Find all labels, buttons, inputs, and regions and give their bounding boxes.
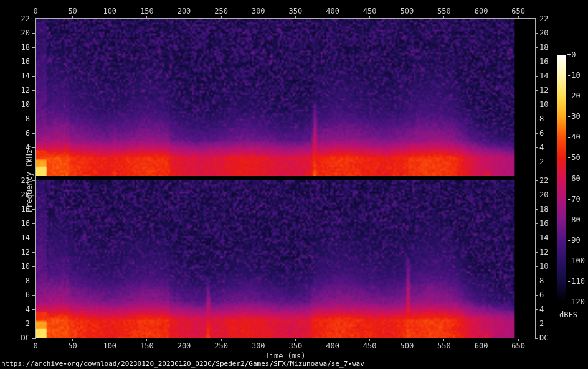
freq-tick-label-right: 18	[539, 43, 548, 52]
time-tick-label-bottom: 50	[68, 342, 77, 350]
time-tick-label-top: 550	[437, 7, 451, 16]
time-tick-label-bottom: 450	[363, 342, 377, 350]
time-tick-mark	[221, 339, 222, 341]
freq-tick-mark	[32, 105, 35, 105]
dbfs-tick-label: -50	[567, 153, 581, 162]
freq-tick-label-right: 14	[539, 72, 548, 80]
spectrogram-window: 0050501001001501502002002502503003003503…	[0, 0, 588, 369]
freq-tick-mark	[32, 33, 35, 34]
freq-tick-mark	[535, 281, 538, 281]
time-tick-label-top: 200	[178, 7, 191, 16]
freq-tick-label-right: 16	[539, 57, 548, 66]
freq-tick-mark	[535, 209, 538, 210]
axis-ticks-layer: 0050501001001501502002002502503003003503…	[0, 0, 588, 369]
freq-tick-mark	[535, 309, 538, 310]
source-url-text: https://archive•org/download/20230120_20…	[1, 360, 364, 368]
time-tick-mark	[146, 16, 147, 18]
time-tick-label-top: 50	[68, 7, 77, 16]
time-tick-mark	[36, 16, 36, 18]
freq-tick-mark	[535, 19, 538, 19]
freq-tick-mark	[32, 266, 35, 267]
time-tick-mark	[518, 16, 519, 18]
freq-tick-label-left: 2	[9, 319, 30, 328]
freq-tick-mark	[32, 76, 35, 77]
freq-tick-mark	[32, 238, 35, 238]
dbfs-tick-label: -60	[567, 174, 581, 183]
freq-tick-label-left: 22	[9, 14, 30, 23]
time-tick-mark	[481, 339, 481, 341]
freq-tick-mark	[32, 47, 35, 48]
time-tick-mark	[369, 16, 370, 18]
freq-tick-mark	[32, 62, 35, 62]
freq-tick-label-left: 6	[9, 291, 30, 299]
freq-tick-mark	[32, 338, 35, 339]
freq-tick-label-left: 14	[9, 233, 30, 242]
freq-tick-label-right: 6	[539, 291, 544, 299]
time-tick-mark	[443, 16, 444, 18]
dbfs-tick-label: -120	[567, 297, 585, 306]
freq-tick-mark	[535, 295, 538, 296]
time-tick-label-top: 350	[289, 7, 303, 16]
freq-tick-mark	[535, 252, 538, 253]
dbfs-colorbar	[557, 55, 566, 302]
dbfs-tick-label: -20	[567, 91, 581, 100]
dbfs-tick-label: -90	[567, 236, 581, 245]
freq-tick-label-right: 12	[539, 248, 548, 256]
freq-tick-label-right: 2	[539, 157, 544, 166]
freq-tick-label-right: 20	[539, 29, 548, 37]
time-tick-label-bottom: 250	[214, 342, 228, 350]
time-tick-mark	[407, 339, 407, 341]
freq-tick-label-right: 6	[539, 129, 544, 138]
dbfs-tick-label: -110	[567, 277, 585, 286]
freq-tick-label-left: 12	[9, 248, 30, 256]
freq-tick-mark	[535, 147, 538, 148]
time-tick-label-bottom: 150	[140, 342, 154, 350]
time-tick-mark	[221, 16, 222, 18]
time-tick-label-bottom: 200	[178, 342, 191, 350]
dbfs-unit-label: dBFS	[559, 311, 577, 319]
time-axis-title: Time (ms)	[36, 352, 535, 360]
freq-tick-mark	[535, 238, 538, 238]
time-tick-mark	[295, 339, 296, 341]
freq-tick-label-left: 10	[9, 100, 30, 109]
freq-tick-mark	[535, 105, 538, 105]
freq-tick-label-right: 2	[539, 319, 544, 328]
freq-tick-mark	[32, 19, 35, 19]
freq-tick-mark	[32, 309, 35, 310]
time-tick-label-top: 250	[214, 7, 228, 16]
freq-tick-label-right: 4	[539, 143, 544, 152]
freq-tick-label-right: 18	[539, 205, 548, 213]
time-tick-label-top: 100	[103, 7, 116, 16]
freq-tick-label-left: 8	[9, 276, 30, 285]
time-tick-mark	[146, 339, 147, 341]
freq-tick-label-left: DC	[9, 334, 30, 342]
freq-tick-mark	[32, 281, 35, 281]
freq-tick-mark	[535, 33, 538, 34]
time-tick-label-bottom: 100	[103, 342, 116, 350]
freq-tick-mark	[535, 119, 538, 119]
freq-tick-label-right: 10	[539, 262, 548, 271]
time-tick-mark	[72, 339, 73, 341]
time-tick-label-top: 300	[252, 7, 265, 16]
time-tick-mark	[333, 339, 333, 341]
freq-tick-label-right: 10	[539, 100, 548, 109]
dbfs-tick-label: -100	[567, 256, 585, 265]
time-tick-label-top: 500	[400, 7, 414, 16]
freq-tick-label-right: 16	[539, 219, 548, 228]
freq-tick-mark	[535, 180, 538, 181]
time-tick-mark	[443, 339, 444, 341]
time-tick-mark	[407, 16, 407, 18]
time-tick-mark	[369, 339, 370, 341]
frequency-axis-title: Frequency (kHz)	[25, 129, 34, 228]
dbfs-tick-label: -30	[567, 112, 581, 121]
freq-tick-label-right: 20	[539, 190, 548, 199]
freq-tick-mark	[535, 195, 538, 195]
freq-tick-mark	[32, 119, 35, 119]
time-tick-mark	[184, 16, 184, 18]
freq-tick-mark	[535, 338, 538, 339]
freq-tick-label-left: 10	[9, 262, 30, 271]
time-tick-label-top: 150	[140, 7, 154, 16]
time-tick-label-bottom: 350	[289, 342, 303, 350]
freq-tick-label-right: 8	[539, 114, 544, 123]
freq-tick-mark	[535, 76, 538, 77]
